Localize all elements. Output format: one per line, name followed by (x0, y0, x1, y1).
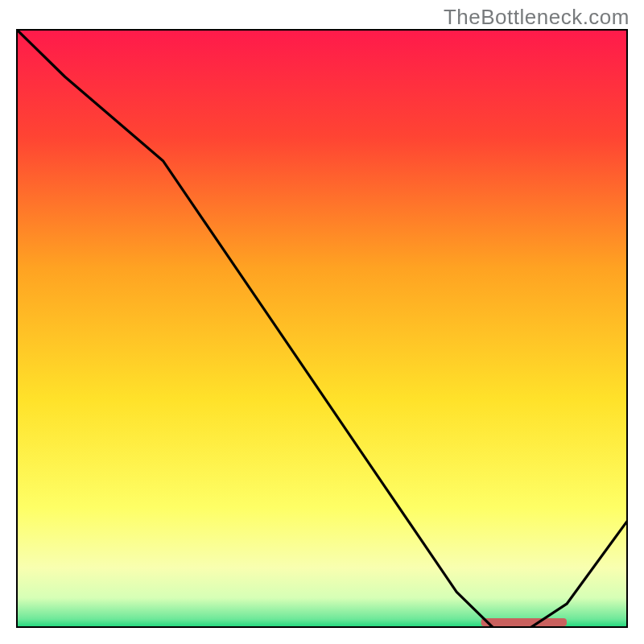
bottleneck-plot (16, 29, 628, 628)
watermark-label: TheBottleneck.com (444, 5, 630, 30)
chart-stage: TheBottleneck.com (0, 0, 644, 644)
gradient-background (16, 29, 628, 628)
chart-svg (16, 29, 628, 628)
optimal-range-marker (481, 618, 567, 626)
